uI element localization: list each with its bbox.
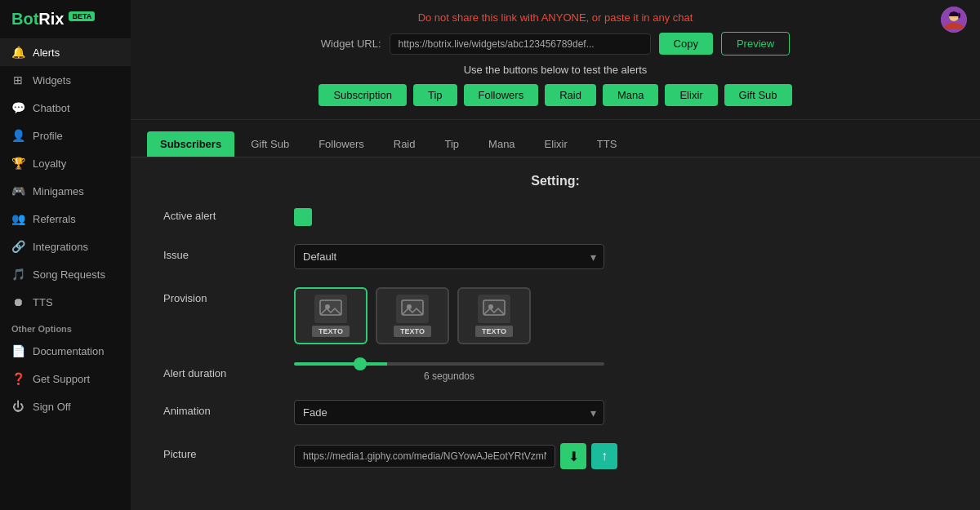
sidebar-label-documentation: Documentation: [33, 345, 104, 357]
song-requests-icon: 🎵: [11, 268, 24, 281]
widgets-icon: ⊞: [11, 73, 24, 86]
test-label: Use the buttons below to test the alerts: [147, 64, 964, 76]
warning-text: Do not share this link with ANYONE, or p…: [147, 11, 964, 24]
sign-off-icon: ⏻: [11, 400, 24, 413]
provision-card-1[interactable]: TEXTO: [294, 287, 368, 344]
sidebar-label-integrations: Integrations: [33, 241, 88, 253]
logo-text: BotRix: [11, 10, 64, 29]
widget-url-row: Widget URL: https://botrix.live/widgets/…: [147, 32, 964, 55]
alert-btn-elixir[interactable]: Elixir: [665, 84, 717, 106]
tab-tip[interactable]: Tip: [432, 131, 473, 157]
picture-upload-button[interactable]: ↑: [591, 443, 617, 469]
alert-btn-subscription[interactable]: Subscription: [318, 84, 407, 106]
alert-btn-gift sub[interactable]: Gift Sub: [724, 84, 792, 106]
provision-img-icon-2: [396, 295, 429, 323]
sidebar-item-referrals[interactable]: 👥 Referrals: [0, 205, 131, 233]
alert-btn-raid[interactable]: Raid: [545, 84, 596, 106]
widget-url-label: Widget URL:: [321, 38, 381, 50]
profile-icon: 👤: [11, 129, 24, 142]
active-alert-label: Active alert: [163, 205, 278, 222]
sidebar-item-widgets[interactable]: ⊞ Widgets: [0, 66, 131, 94]
provision-card-3[interactable]: TEXTO: [457, 287, 531, 344]
tab-raid[interactable]: Raid: [381, 131, 429, 157]
issue-row: Issue Default: [163, 244, 947, 269]
provision-card-2[interactable]: TEXTO: [376, 287, 449, 344]
sidebar-label-get-support: Get Support: [33, 373, 90, 385]
alert-duration-row: Alert duration 6 segundos: [163, 362, 947, 382]
issue-select-wrapper: Default: [294, 244, 604, 269]
sidebar-label-chatbot: Chatbot: [33, 102, 70, 114]
referrals-icon: 👥: [11, 212, 24, 225]
picture-input-row: ⬇ ↑: [294, 443, 947, 469]
sidebar-item-minigames[interactable]: 🎮 Minigames: [0, 177, 131, 205]
settings-panel: Setting: Active alert Issue Default Prov…: [131, 157, 980, 510]
sidebar-label-tts: TTS: [33, 296, 53, 308]
tab-mana[interactable]: Mana: [475, 131, 528, 157]
tab-subscribers[interactable]: Subscribers: [147, 131, 234, 157]
sidebar-item-loyalty[interactable]: 🏆 Loyalty: [0, 149, 131, 177]
active-alert-control: [294, 205, 947, 226]
minigames-icon: 🎮: [11, 184, 24, 197]
picture-control: ⬇ ↑: [294, 443, 947, 469]
tab-gift-sub[interactable]: Gift Sub: [238, 131, 302, 157]
provision-options: TEXTO TEXTO: [294, 287, 947, 344]
sidebar-label-profile: Profile: [33, 130, 63, 142]
tts-icon: ⏺: [11, 295, 24, 308]
provision-card-label-2: TEXTO: [394, 326, 431, 337]
issue-label: Issue: [163, 244, 278, 261]
sidebar-item-chatbot[interactable]: 💬 Chatbot: [0, 94, 131, 122]
animation-control: Fade: [294, 400, 947, 425]
logo: BotRix BETA: [0, 0, 131, 38]
provision-img-icon-3: [478, 295, 510, 323]
picture-input[interactable]: [294, 445, 555, 468]
sidebar-item-sign-off[interactable]: ⏻ Sign Off: [0, 392, 131, 420]
sidebar-item-documentation[interactable]: 📄 Documentation: [0, 337, 131, 365]
animation-label: Animation: [163, 400, 278, 417]
active-alert-toggle[interactable]: [294, 208, 312, 226]
tab-followers[interactable]: Followers: [305, 131, 377, 157]
main-content: Do not share this link with ANYONE, or p…: [131, 0, 980, 510]
alert-buttons: SubscriptionTipFollowersRaidManaElixirGi…: [147, 84, 964, 113]
provision-img-icon-1: [314, 295, 347, 323]
alert-btn-tip[interactable]: Tip: [413, 84, 457, 106]
avatar[interactable]: [941, 7, 967, 33]
sidebar-label-sign-off: Sign Off: [33, 401, 71, 413]
sidebar-item-alerts[interactable]: 🔔 Alerts: [0, 38, 131, 66]
provision-label: Provision: [163, 287, 278, 304]
alert-duration-slider[interactable]: [294, 362, 604, 366]
sidebar-item-song-requests[interactable]: 🎵 Song Requests: [0, 260, 131, 288]
provision-card-label-3: TEXTO: [475, 326, 513, 337]
alert-btn-followers[interactable]: Followers: [464, 84, 539, 106]
picture-label: Picture: [163, 443, 278, 460]
animation-select[interactable]: Fade: [294, 400, 604, 425]
preview-button[interactable]: Preview: [721, 32, 790, 55]
chatbot-icon: 💬: [11, 101, 24, 114]
copy-button[interactable]: Copy: [659, 33, 713, 55]
sidebar-item-integrations[interactable]: 🔗 Integrations: [0, 233, 131, 260]
sidebar-item-tts[interactable]: ⏺ TTS: [0, 288, 131, 316]
sidebar-label-widgets: Widgets: [33, 74, 71, 86]
tab-elixir[interactable]: Elixir: [532, 131, 581, 157]
sidebar-item-profile[interactable]: 👤 Profile: [0, 122, 131, 149]
beta-badge: BETA: [69, 11, 95, 21]
widget-url-input[interactable]: https://botrix.live/widgets/abc123456789…: [390, 33, 651, 55]
picture-row: Picture ⬇ ↑: [163, 443, 947, 469]
issue-select[interactable]: Default: [294, 244, 604, 269]
alert-duration-value: 6 segundos: [294, 370, 604, 382]
animation-select-wrapper: Fade: [294, 400, 604, 425]
animation-row: Animation Fade: [163, 400, 947, 425]
alert-duration-control: 6 segundos: [294, 362, 947, 382]
picture-download-button[interactable]: ⬇: [560, 443, 586, 469]
sidebar: BotRix BETA 🔔 Alerts ⊞ Widgets 💬 Chatbot…: [0, 0, 131, 510]
active-alert-row: Active alert: [163, 205, 947, 226]
tab-tts[interactable]: TTS: [584, 131, 630, 157]
alert-btn-mana[interactable]: Mana: [603, 84, 659, 106]
provision-control: TEXTO TEXTO: [294, 287, 947, 344]
sidebar-item-get-support[interactable]: ❓ Get Support: [0, 365, 131, 392]
provision-row: Provision TEXTO: [163, 287, 947, 344]
alerts-icon: 🔔: [11, 46, 24, 59]
tabs-row: SubscribersGift SubFollowersRaidTipManaE…: [131, 120, 980, 157]
issue-control: Default: [294, 244, 947, 269]
documentation-icon: 📄: [11, 344, 24, 357]
sidebar-label-minigames: Minigames: [33, 185, 84, 197]
